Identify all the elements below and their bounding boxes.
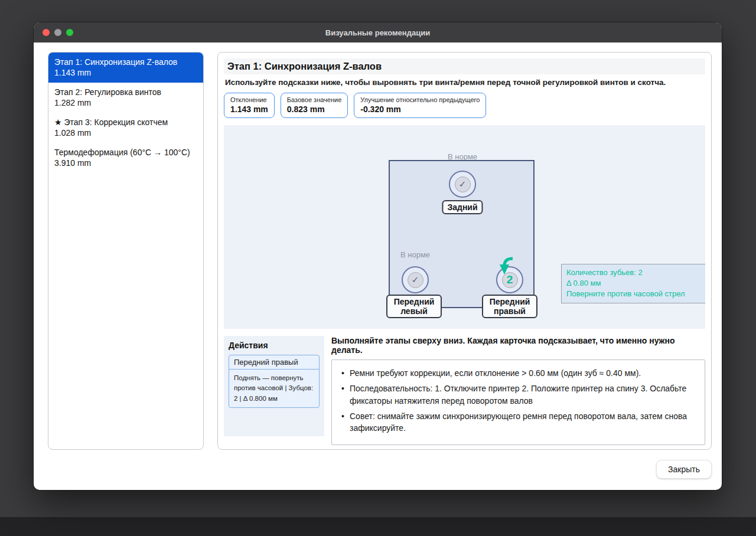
metric-label: Улучшение относительно предыдущего	[360, 96, 480, 103]
window-content: Этап 1: Синхронизация Z-валов 1.143 mm Э…	[34, 43, 722, 490]
metric-deviation: Отклонение 1.143 mm	[224, 93, 275, 118]
instructions-column: Выполняйте этапы сверху вниз. Каждая кар…	[331, 336, 705, 445]
tooltip-line-teeth: Количество зубьев: 2	[566, 267, 705, 278]
front-left-screw-center	[408, 272, 423, 288]
actions-heading: Действия	[229, 341, 320, 350]
instructions-box: Ремни требуют коррекции, если отклонение…	[331, 359, 705, 445]
stage-detail-title: Этап 1: Синхронизация Z-валов	[224, 58, 705, 74]
sidebar-item-stage-1[interactable]: Этап 1: Синхронизация Z-валов 1.143 mm	[48, 53, 203, 83]
stage-title: Термодеформация (60°C → 100°C)	[54, 147, 197, 158]
stage-list-sidebar: Этап 1: Синхронизация Z-валов 1.143 mm Э…	[48, 52, 204, 450]
metric-improvement: Улучшение относительно предыдущего -0.32…	[354, 93, 486, 118]
bottom-section: Действия Передний правый Поднять — повер…	[224, 336, 705, 445]
instruction-item: Последовательность: 1. Отключите принтер…	[340, 383, 696, 407]
stage-title: Этап 1: Синхронизация Z-валов	[54, 57, 197, 67]
metric-value: -0.320 mm	[360, 104, 480, 114]
front-right-screw-label: Передний правый	[482, 295, 537, 318]
metric-value: 1.143 mm	[230, 104, 268, 114]
rotate-ccw-arrow-icon	[497, 256, 515, 279]
check-icon	[459, 179, 467, 189]
title-bar: Визуальные рекомендации	[34, 22, 722, 43]
actions-column: Действия Передний правый Поднять — повер…	[224, 336, 324, 436]
tooltip-line-delta: Δ 0.80 мм	[566, 278, 705, 289]
stage-value: 1.143 mm	[54, 67, 197, 78]
check-icon	[412, 274, 419, 285]
stage-value: 3.910 mm	[54, 158, 197, 168]
sidebar-item-thermal[interactable]: Термодеформация (60°C → 100°C) 3.910 mm	[48, 143, 203, 173]
printer-bed-diagram: В норме Задний В норме Передний левый	[224, 125, 705, 329]
metric-label: Базовое значение	[287, 96, 341, 103]
stage-detail-panel: Этап 1: Синхронизация Z-валов Используйт…	[217, 52, 712, 450]
front-left-screw-icon	[402, 266, 429, 293]
rear-screw-center	[455, 177, 471, 192]
stage-value: 1.028 mm	[54, 128, 197, 138]
tooltip-line-direction: Поверните против часовой стрел	[566, 289, 705, 299]
metric-value: 0.823 mm	[287, 104, 341, 114]
instructions-lead: Выполняйте этапы сверху вниз. Каждая кар…	[331, 336, 705, 355]
stage-title: Этап 2: Регулировка винтов	[54, 87, 197, 97]
metric-baseline: Базовое значение 0.823 mm	[281, 93, 348, 118]
adjustment-tooltip: Количество зубьев: 2 Δ 0.80 мм Поверните…	[561, 264, 705, 303]
front-left-screw-label: Передний левый	[386, 295, 442, 318]
sidebar-item-stage-2[interactable]: Этап 2: Регулировка винтов 1.282 mm	[48, 83, 203, 113]
stage-detail-subtitle: Используйте подсказки ниже, чтобы выровн…	[225, 78, 704, 87]
sidebar-item-stage-3[interactable]: ★ Этап 3: Коррекция скотчем 1.028 mm	[48, 113, 203, 143]
instructions-list: Ремни требуют коррекции, если отклонение…	[340, 367, 696, 434]
front-left-status-text: В норме	[400, 250, 430, 259]
recommendations-window: Визуальные рекомендации Этап 1: Синхрони…	[34, 22, 722, 490]
instruction-item: Совет: снимайте зажим синхронизирующего …	[340, 410, 696, 434]
metrics-row: Отклонение 1.143 mm Базовое значение 0.8…	[224, 93, 705, 118]
action-card-front-right: Передний правый Поднять — повернуть прот…	[229, 355, 320, 408]
stage-value: 1.282 mm	[54, 97, 197, 108]
stage-title: ★ Этап 3: Коррекция скотчем	[54, 117, 197, 128]
close-dialog-button[interactable]: Закрыть	[656, 460, 712, 479]
metric-label: Отклонение	[230, 96, 268, 103]
action-card-body: Поднять — повернуть против часовой | Зуб…	[229, 370, 319, 407]
window-title: Визуальные рекомендации	[34, 28, 722, 37]
action-card-title: Передний правый	[229, 355, 319, 370]
rear-screw-icon	[449, 171, 476, 198]
instruction-item: Ремни требуют коррекции, если отклонение…	[340, 367, 696, 379]
rear-screw-label: Задний	[442, 200, 483, 214]
